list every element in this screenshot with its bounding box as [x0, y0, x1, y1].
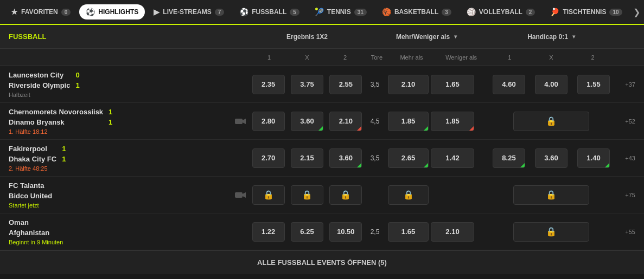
odd-1-m1[interactable]: 2.35 — [252, 75, 285, 94]
label-2: 2 — [329, 54, 361, 61]
odd-x-m1[interactable]: 3.75 — [291, 75, 323, 94]
match-info-m4: FC TalantaBidco UnitedStartet jetzt — [9, 181, 233, 208]
weniger-btn-m3[interactable]: 1.42 — [431, 148, 474, 168]
plus-badge-m1[interactable]: +37 — [616, 81, 635, 88]
odd-1-m3[interactable]: 2.70 — [252, 148, 285, 168]
section-header: FUSSBALL Ergebnis 1X2 Mehr/Weniger als ▾… — [0, 25, 644, 49]
odd-locked-e-1-m4[interactable]: 🔒 — [252, 185, 285, 205]
nav-badge-fussball: 5 — [290, 9, 299, 16]
nav-label-fussball: FUSSBALL — [252, 8, 286, 16]
handicap-locked-m5[interactable]: 🔒 — [513, 222, 589, 242]
nav-item-highlights[interactable]: ⚽HIGHLIGHTS — [79, 4, 145, 20]
nav-label-tischtennis: TISCHTENNIS — [563, 8, 606, 16]
odds-ergebnis-m5: 1.226.2510.50 — [250, 222, 364, 242]
tore-val-m2: 4,5 — [364, 118, 386, 125]
svg-rect-2 — [235, 192, 243, 198]
team1-m1: Launceston City — [9, 70, 70, 80]
odd-2-m1[interactable]: 2.55 — [329, 75, 362, 94]
hbtn-x-m3[interactable]: 3.60 — [535, 148, 568, 168]
nav-item-fussball[interactable]: ⚽FUSSBALL5 — [233, 4, 306, 20]
matches-container: Launceston CityRiverside Olympic01Halbze… — [0, 66, 644, 250]
nav-item-live-streams[interactable]: ▶LIVE-STREAMS7 — [147, 4, 231, 20]
match-info-m1: Launceston CityRiverside Olympic01Halbze… — [9, 70, 235, 98]
odds-ergebnis-m1: 2.353.752.55 — [250, 75, 364, 94]
odd-2-m3[interactable]: 3.60 — [329, 148, 362, 168]
nav-item-basketball[interactable]: 🏀BASKETBALL3 — [375, 4, 458, 20]
odd-locked-e-x-m4[interactable]: 🔒 — [291, 185, 323, 205]
mehr-btn-m1[interactable]: 2.10 — [388, 75, 429, 94]
mehr-labels: Tore Mehr als Weniger als — [364, 54, 489, 61]
odd-x-m5[interactable]: 6.25 — [291, 222, 323, 242]
odds-handicap-m2: 🔒 — [489, 112, 614, 131]
col-group-handicap[interactable]: Handicap 0:1 ▾ — [489, 33, 614, 41]
match-status-m1: Halbzeit — [9, 92, 235, 98]
app-container: ★FAVORITEN0⚽HIGHLIGHTS▶LIVE-STREAMS7⚽FUS… — [0, 0, 644, 274]
match-row-m1: Launceston CityRiverside Olympic01Halbze… — [0, 66, 644, 103]
odd-1-m5[interactable]: 1.22 — [252, 222, 285, 242]
hbtn-2-m1[interactable]: 1.55 — [577, 75, 610, 94]
volleyball-icon: 🏐 — [467, 8, 476, 16]
footer-bar[interactable]: ALLE FUSSBALL EVENTS ÖFFNEN (5) — [0, 250, 644, 274]
mehr-btn-m2[interactable]: 1.85 — [388, 112, 429, 131]
nav-badge-tischtennis: 10 — [609, 9, 622, 16]
nav-more-chevron[interactable]: ❯ — [631, 7, 642, 17]
plus-badge-m3[interactable]: +43 — [616, 155, 635, 161]
team-names-m5: OmanAfghanistan — [9, 218, 49, 237]
plus-badge-m5[interactable]: +55 — [616, 229, 635, 235]
odds-ergebnis-m4: 🔒🔒🔒 — [250, 185, 364, 205]
team-names-m2: Chernomorets NovorossiiskDinamo Bryansk — [9, 107, 103, 127]
nav-badge-tennis: 31 — [354, 9, 367, 16]
plus-badge-m4[interactable]: +75 — [616, 192, 635, 198]
odds-handicap-m1: 4.604.001.55 — [489, 75, 614, 94]
nav-item-tischtennis[interactable]: 🏓TISCHTENNIS10 — [544, 4, 628, 20]
plus-badge-m2[interactable]: +52 — [616, 118, 635, 125]
hbtn-2-m3[interactable]: 1.40 — [577, 148, 610, 168]
label-mehr-als: Mehr als — [391, 54, 432, 61]
nav-item-tennis[interactable]: 🎾TENNIS31 — [308, 4, 373, 20]
match-row-m3: FakirerpoolDhaka City FC112. Hälfte 48:2… — [0, 140, 644, 177]
odds-ergebnis-m3: 2.702.153.60 — [250, 148, 364, 168]
odds-mehr-m4: 🔒 — [364, 185, 489, 205]
hbtn-x-m1[interactable]: 4.00 — [535, 75, 568, 94]
mehr-chevron-icon: ▾ — [454, 34, 457, 40]
favoriten-icon: ★ — [11, 8, 18, 16]
col-labels-row: 1 X 2 Tore Mehr als Weniger als 1 X 2 — [0, 49, 644, 66]
nav-label-basketball: BASKETBALL — [394, 8, 438, 16]
odd-2-m5[interactable]: 10.50 — [329, 222, 362, 242]
handicap-locked-m2[interactable]: 🔒 — [513, 112, 589, 131]
mehr-btn-m5[interactable]: 1.65 — [388, 222, 429, 242]
odd-x-m3[interactable]: 2.15 — [291, 148, 323, 168]
weniger-btn-m2[interactable]: 1.85 — [431, 112, 474, 131]
mehr-locked-m4[interactable]: 🔒 — [388, 185, 429, 205]
odd-1-m2[interactable]: 2.80 — [252, 112, 285, 131]
nav-badge-volleyball: 2 — [526, 9, 535, 16]
team2-m3: Dhaka City FC — [9, 154, 56, 164]
tore-val-m1: 3,5 — [364, 81, 386, 88]
team2-m2: Dinamo Bryansk — [9, 118, 103, 127]
nav-item-volleyball[interactable]: 🏐VOLLEYBALL2 — [460, 4, 542, 20]
match-status-m5: Beginnt in 9 Minuten — [9, 239, 235, 245]
nav-label-live-streams: LIVE-STREAMS — [163, 8, 211, 16]
team2-m5: Afghanistan — [9, 228, 49, 238]
nav-label-highlights: HIGHLIGHTS — [98, 8, 138, 16]
nav-item-favoriten[interactable]: ★FAVORITEN0 — [4, 4, 77, 20]
handicap-locked-m4[interactable]: 🔒 — [513, 185, 589, 205]
odd-2-m2[interactable]: 2.10 — [329, 112, 362, 131]
match-info-m3: FakirerpoolDhaka City FC112. Hälfte 48:2… — [9, 144, 235, 171]
weniger-btn-m1[interactable]: 1.65 — [431, 75, 474, 94]
hbtn-1-m1[interactable]: 4.60 — [493, 75, 525, 94]
col-group-mehr[interactable]: Mehr/Weniger als ▾ — [364, 33, 489, 41]
odds-handicap-m4: 🔒 — [489, 185, 614, 205]
weniger-btn-m5[interactable]: 2.10 — [431, 222, 474, 242]
odd-locked-e-2-m4[interactable]: 🔒 — [329, 185, 362, 205]
hbtn-1-m3[interactable]: 8.25 — [493, 148, 525, 168]
handicap-chevron-icon: ▾ — [572, 34, 575, 40]
mehr-btn-m3[interactable]: 2.65 — [388, 148, 429, 168]
team1-m4: FC Talanta — [9, 181, 52, 191]
odd-x-m2[interactable]: 3.60 — [291, 112, 323, 131]
col-group-ergebnis: Ergebnis 1X2 — [250, 33, 364, 41]
match-info-m2: Chernomorets NovorossiiskDinamo Bryansk1… — [9, 107, 233, 134]
nav-bar: ★FAVORITEN0⚽HIGHLIGHTS▶LIVE-STREAMS7⚽FUS… — [0, 0, 644, 25]
tennis-icon: 🎾 — [315, 8, 324, 16]
tore-val-m5: 2,5 — [364, 228, 386, 236]
